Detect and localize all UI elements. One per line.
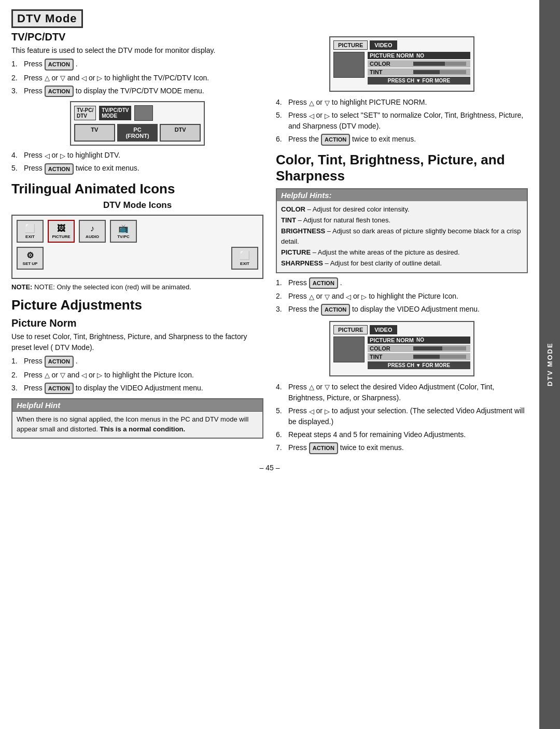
tint-bar: [413, 70, 466, 74]
action-btn-c1: ACTION: [309, 277, 338, 289]
note-text: NOTE: NOTE: Only the selected icon (red)…: [11, 283, 263, 291]
hint-sharpness: SHARPNESS – Adjust for best clarity of o…: [281, 258, 523, 269]
color-tint-title: Color, Tint, Brightness, Picture, and Sh…: [276, 152, 528, 184]
picture-norm-row-2: PICTURE NORM NO: [368, 337, 470, 344]
color-step-4: 4. Press △ or ▽ to select the desired Vi…: [276, 382, 528, 403]
right-step-5: 5. Press ◁ or ▷ to select "SET" to norma…: [276, 110, 528, 132]
right-steps-initial: 4. Press △ or ▽ to highlight PICTURE NOR…: [276, 97, 528, 146]
menu-top-bar: PICTURE VIDEO: [333, 40, 470, 50]
video-tab-2: VIDEO: [370, 325, 397, 334]
pc-front-btn: PC(FRONT): [117, 124, 158, 142]
color-step-2: 2. Press △ or ▽ and ◁ or ▷ to highlight …: [276, 291, 528, 302]
color-step-6: 6. Repeat steps 4 and 5 for remaining Vi…: [276, 429, 528, 440]
dtv-mode-icons-title: DTV Mode Icons: [11, 200, 263, 211]
exit-icon: ⬜ EXIT: [17, 220, 44, 243]
action-btn-3: ACTION: [45, 86, 74, 97]
up-arr-c4: △: [309, 382, 314, 392]
left-arrow-icon: ◁: [81, 73, 87, 83]
down-arr-p: ▽: [60, 370, 65, 381]
color-bar: [413, 62, 466, 66]
intro-text: This feature is used to select the DTV m…: [11, 45, 263, 55]
right-arr-r5: ▷: [325, 111, 330, 121]
col-left: TV/PC/DTV This feature is used to select…: [11, 31, 263, 458]
action-btn-5: ACTION: [45, 163, 74, 175]
hint-tint: TINT – Adjust for natural flesh tones.: [281, 215, 523, 226]
tv-pc-dtv-label: TV-PC/DTV: [74, 106, 96, 120]
action-btn-1: ACTION: [45, 59, 74, 71]
color-step-1: 1. Press ACTION .: [276, 277, 528, 289]
picture-tab: PICTURE: [333, 40, 368, 50]
step-1: 1. Press ACTION .: [11, 59, 263, 71]
left-arr-c5: ◁: [309, 406, 314, 417]
right-step-4: 4. Press △ or ▽ to highlight PICTURE NOR…: [276, 97, 528, 108]
pic-step-3: 3. Press ACTION to display the VIDEO Adj…: [11, 383, 263, 395]
helpful-hint-content: When there is no signal applied, the Ico…: [12, 412, 262, 438]
right-arrow-icon: ▷: [97, 73, 102, 83]
page-container: DTV Mode TV/PC/DTV This feature is used …: [0, 0, 560, 729]
pic-step-1: 1. Press ACTION .: [11, 356, 263, 368]
setup-icon: ⚙ SET UP: [17, 247, 44, 270]
down-arr-c2: ▽: [325, 292, 330, 302]
picture-norm-desc: Use to reset Color, Tint, Brightness, Pi…: [11, 331, 263, 353]
spacer2: [139, 247, 227, 270]
picture-icon: 🖼 PICTURE: [48, 220, 75, 243]
picture-steps: 1. Press ACTION . 2. Press △ or ▽ and ◁ …: [11, 356, 263, 394]
helpful-hints-title: Helpful Hints:: [277, 189, 527, 201]
mode-top: TV-PC/DTV TV/PC/DTVMODE: [74, 105, 201, 121]
up-arrow-icon: △: [45, 73, 50, 83]
two-col-layout: TV/PC/DTV This feature is used to select…: [11, 31, 528, 458]
tint-bar-2: [413, 355, 466, 359]
color-step-5: 5. Press ◁ or ▷ to adjust your selection…: [276, 405, 528, 427]
picture-tab-2: PICTURE: [333, 325, 368, 334]
up-arr-p: △: [45, 370, 50, 381]
color-step-7: 7. Press ACTION twice to exit menus.: [276, 442, 528, 454]
dtv-icons-row-2: ⚙ SET UP ⬜ EXIT: [17, 247, 258, 270]
step-5-left: 5. Press ACTION twice to exit menus.: [11, 163, 263, 175]
audio-icon: ♪ AUDIO: [79, 220, 106, 243]
hint-picture: PICTURE – Adjust the white areas of the …: [281, 247, 523, 258]
dtv-icons-row-1: ⬜ EXIT 🖼 PICTURE ♪ AUDIO 📺: [17, 220, 258, 243]
action-btn-c7: ACTION: [309, 442, 338, 454]
left-arr-r5: ◁: [309, 111, 314, 121]
action-btn-pic3: ACTION: [45, 383, 74, 395]
step-3: 3. Press ACTION to display the TV/PC/DTV…: [11, 86, 263, 97]
color-steps-1-3: 1. Press ACTION . 2. Press △ or ▽ and ◁ …: [276, 277, 528, 316]
right-arr: ▷: [60, 151, 65, 161]
color-row-2: COLOR: [368, 345, 470, 352]
step-2: 2. Press △ or ▽ and ◁ or ▷ to highlight …: [11, 73, 263, 83]
up-arr-c2: △: [309, 292, 314, 302]
press-ch-row-2: PRESS CH ▼ FOR MORE: [368, 361, 470, 369]
page-number: – 45 –: [11, 464, 528, 472]
menu-top-bar-2: PICTURE VIDEO: [333, 325, 470, 334]
down-arr-c4: ▽: [325, 382, 330, 392]
trilingual-title: Trilingual Animated Icons: [11, 181, 263, 197]
picture-norm-title: Picture Norm: [11, 317, 263, 329]
mode-selection-row: TV PC(FRONT) DTV: [74, 124, 201, 142]
down-arr-r4: ▽: [325, 98, 330, 108]
up-arr-r4: △: [309, 98, 314, 108]
mode-icon-box: [134, 105, 153, 121]
video-tab: VIDEO: [370, 40, 397, 50]
spacer: [48, 247, 135, 270]
hint-text: When there is no signal applied, the Ico…: [17, 415, 248, 433]
right-arr-c5: ▷: [325, 406, 330, 417]
menu-diagram-video-top: PICTURE VIDEO PICTURE NORM NO COLOR: [329, 36, 474, 92]
note-bold: NOTE:: [11, 283, 32, 291]
color-step-3: 3. Press the ACTION to display the VIDEO…: [276, 304, 528, 316]
menu-rows-area: PICTURE NORM NO COLOR TINT PR: [368, 52, 470, 85]
down-arrow-icon: ▽: [60, 73, 65, 83]
helpful-hints-box: Helpful Hints: COLOR – Adjust for desire…: [276, 188, 528, 273]
right-arr-c2: ▷: [361, 292, 367, 302]
picture-adj-title: Picture Adjustments: [11, 297, 263, 313]
color-steps-4-7: 4. Press △ or ▽ to select the desired Vi…: [276, 382, 528, 454]
right-step-6: 6. Press the ACTION twice to exit menus.: [276, 134, 528, 146]
dtv-btn: DTV: [160, 124, 201, 142]
press-ch-row: PRESS CH ▼ FOR MORE: [368, 77, 470, 85]
step-4-left: 4. Press ◁ or ▷ to highlight DTV.: [11, 150, 263, 161]
dtv-icons-grid: ⬜ EXIT 🖼 PICTURE ♪ AUDIO 📺: [11, 215, 263, 279]
hint-brightness: BRIGHTNESS – Adjust so dark areas of pic…: [281, 226, 523, 248]
tvpcdtv-title: TV/PC/DTV: [11, 31, 263, 43]
action-btn-r6: ACTION: [321, 134, 350, 146]
exit-icon-2: ⬜ EXIT: [231, 247, 258, 270]
color-row: COLOR: [368, 60, 470, 67]
